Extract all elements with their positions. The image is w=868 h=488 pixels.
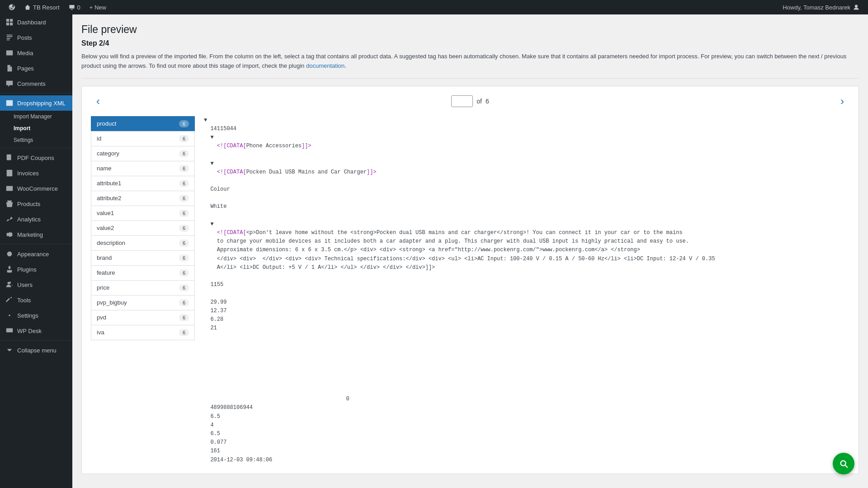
posts-icon	[5, 33, 14, 42]
tag-item-product[interactable]: product6	[91, 116, 195, 131]
invoices-icon	[5, 169, 14, 177]
appearance-icon	[5, 250, 14, 258]
sidebar-item-dropshipping[interactable]: Dropshipping XML	[0, 95, 72, 111]
sidebar-item-marketing[interactable]: Marketing	[0, 227, 72, 242]
tag-item-description[interactable]: description6	[91, 235, 195, 250]
sidebar-item-analytics[interactable]: Analytics	[0, 211, 72, 227]
wp-logo-item[interactable]	[4, 0, 20, 14]
sidebar-item-woocommerce[interactable]: WooCommerce	[0, 181, 72, 196]
sidebar-item-pages[interactable]: Pages	[0, 61, 72, 76]
tag-item-attribute1[interactable]: attribute16	[91, 176, 195, 191]
new-item[interactable]: + New	[85, 0, 111, 14]
tag-count: 6	[179, 150, 189, 157]
description-text: Below you will find a preview of the imp…	[81, 52, 859, 71]
sidebar-label-wpdesk: WP Desk	[17, 328, 42, 334]
comments-item[interactable]: 0	[64, 0, 85, 14]
tag-item-category[interactable]: category6	[91, 146, 195, 161]
sidebar-sub-import[interactable]: Import	[0, 122, 72, 134]
svg-rect-4	[10, 23, 13, 25]
tag-item-pvd[interactable]: pvd6	[91, 310, 195, 325]
tag-item-feature[interactable]: feature6	[91, 265, 195, 280]
tag-count: 6	[179, 210, 189, 217]
svg-rect-2	[10, 19, 13, 22]
of-label: of	[476, 98, 482, 105]
xml-line: Colour	[204, 185, 849, 194]
xml-line: 4899888106944	[204, 404, 849, 412]
tag-name: value2	[97, 225, 114, 231]
sidebar-item-pdf-coupons[interactable]: PDF Coupons	[0, 150, 72, 165]
tag-item-value2[interactable]: value26	[91, 221, 195, 235]
sidebar-item-tools[interactable]: Tools	[0, 292, 72, 308]
analytics-icon	[5, 215, 14, 223]
sidebar-item-collapse[interactable]: Collapse menu	[0, 343, 72, 358]
tag-item-pvp_bigbuy[interactable]: pvp_bigbuy6	[91, 295, 195, 310]
page-input[interactable]: 1	[451, 95, 473, 107]
sidebar-label-dashboard: Dashboard	[17, 19, 46, 26]
tag-name: category	[97, 150, 119, 157]
comments-count: 0	[77, 4, 80, 11]
tag-count: 6	[179, 165, 189, 172]
site-name-item[interactable]: TB Resort	[20, 0, 64, 14]
divider	[81, 78, 859, 79]
xml-line: 29.99	[204, 298, 849, 307]
tag-item-name[interactable]: name6	[91, 161, 195, 176]
admin-bar: TB Resort 0 + New Howdy, Tomasz Bednarek	[0, 0, 868, 14]
xml-line: to charge your mobile devices as it incl…	[204, 237, 849, 246]
xml-line: 4	[204, 421, 849, 430]
sidebar-item-comments[interactable]: Comments	[0, 76, 72, 91]
tag-count: 6	[179, 120, 189, 127]
tag-item-attribute2[interactable]: attribute26	[91, 191, 195, 206]
tag-name: description	[97, 239, 125, 246]
doc-link[interactable]: documentation	[306, 62, 344, 69]
svg-rect-9	[7, 170, 13, 176]
sidebar-label-settings: Settings	[17, 312, 38, 319]
tag-item-value1[interactable]: value16	[91, 206, 195, 221]
next-button[interactable]: ›	[835, 93, 849, 109]
tag-item-id[interactable]: id6	[91, 131, 195, 146]
sidebar-item-invoices[interactable]: Invoices	[0, 165, 72, 181]
sidebar-sub-settings[interactable]: Settings	[0, 134, 72, 146]
sidebar-item-users[interactable]: Users	[0, 277, 72, 292]
tag-count: 6	[179, 180, 189, 187]
preview-container: ‹ 1 of 6 › product6id6category6name6attr…	[81, 86, 859, 474]
sidebar-sub-import-manager[interactable]: Import Manager	[0, 111, 72, 122]
sidebar-item-settings[interactable]: Settings	[0, 308, 72, 323]
sidebar-label-comments: Comments	[17, 80, 46, 87]
step-label: Step 2/4	[81, 39, 859, 47]
sidebar-label-tools: Tools	[17, 297, 31, 304]
sidebar-item-appearance[interactable]: Appearance	[0, 246, 72, 262]
tag-item-brand[interactable]: brand6	[91, 250, 195, 265]
svg-rect-5	[6, 51, 13, 56]
sidebar-item-wpdesk[interactable]: WP Desk	[0, 323, 72, 338]
sidebar-label-posts: Posts	[17, 34, 32, 41]
tag-name: product	[97, 120, 116, 127]
xml-line: Approximate dimensions: 6 x 6 x 3.5 cm.<…	[204, 246, 849, 254]
comments-menu-icon	[5, 80, 14, 88]
tag-count: 6	[179, 284, 189, 291]
sidebar-label-appearance: Appearance	[17, 251, 49, 258]
svg-point-10	[7, 252, 12, 257]
xml-line	[204, 211, 849, 220]
xml-line: <![CDATA[Phone Accessories]]>	[204, 142, 849, 150]
xml-line: 6.5	[204, 413, 849, 421]
tag-name: feature	[97, 269, 115, 276]
prev-button[interactable]: ‹	[91, 93, 105, 109]
sidebar-item-plugins[interactable]: Plugins	[0, 262, 72, 277]
marketing-icon	[5, 230, 14, 239]
sidebar-sub-label-settings: Settings	[14, 137, 33, 143]
search-fab[interactable]	[833, 453, 854, 474]
xml-line: ▼	[204, 160, 849, 168]
xml-line: 21	[204, 324, 849, 333]
tag-name: price	[97, 284, 109, 291]
sidebar-item-posts[interactable]: Posts	[0, 30, 72, 45]
new-label: + New	[90, 4, 106, 11]
search-fab-icon	[839, 459, 849, 469]
sidebar-item-media[interactable]: Media	[0, 45, 72, 61]
sidebar-item-dashboard[interactable]: Dashboard	[0, 14, 72, 30]
tag-item-iva[interactable]: iva6	[91, 325, 195, 340]
settings-icon	[5, 311, 14, 319]
sidebar-item-products[interactable]: Products	[0, 196, 72, 211]
comments-icon	[69, 4, 75, 10]
tag-item-price[interactable]: price6	[91, 280, 195, 295]
xml-line	[204, 272, 849, 281]
